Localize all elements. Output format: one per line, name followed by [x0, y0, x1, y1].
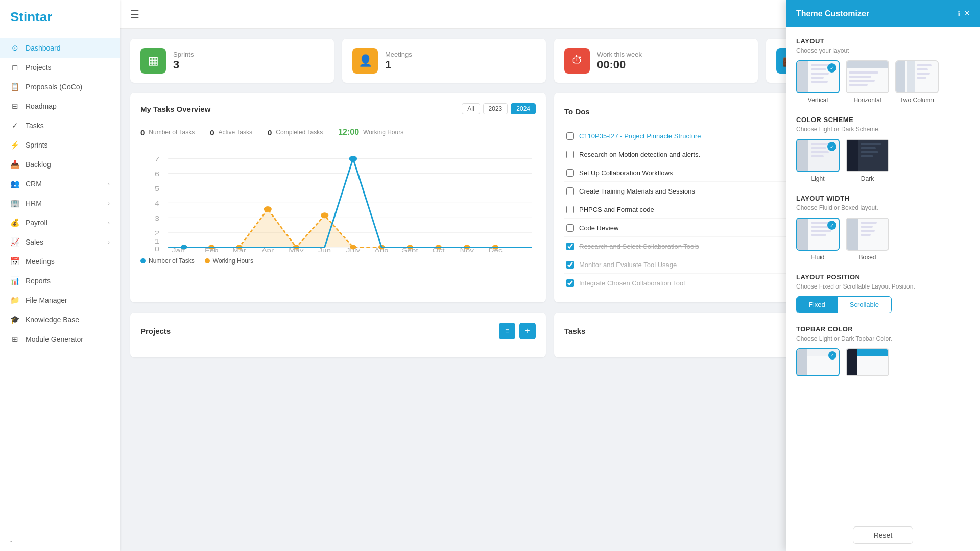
topbar-light-option[interactable]: ✓ [796, 348, 840, 376]
two-column-thumb [895, 60, 939, 93]
proposals-icon: 📋 [10, 82, 19, 91]
svg-marker-15 [168, 209, 532, 247]
sidebar-item-payroll[interactable]: 💰 Payroll › [0, 213, 120, 232]
sidebar-item-modulegenerator[interactable]: ⊞ Module Generator [0, 329, 120, 349]
sidebar-item-hrm[interactable]: 🏢 HRM › [0, 194, 120, 213]
sidebar-item-label: Reports [26, 277, 51, 285]
projects-add-button[interactable]: + [519, 323, 536, 339]
svg-point-28 [349, 156, 357, 161]
sidebar-item-backlog[interactable]: 📥 Backlog [0, 155, 120, 174]
todo-checkbox[interactable] [566, 261, 574, 269]
app-logo[interactable]: Stintar [0, 0, 120, 34]
layout-option-vertical[interactable]: ✓ Vertical [796, 60, 840, 104]
layout-option-horizontal[interactable]: Horizontal [846, 60, 889, 104]
light-selected-check: ✓ [827, 142, 836, 151]
todo-checkbox[interactable] [566, 224, 574, 232]
sidebar-item-sprints[interactable]: ⚡ Sprints [0, 135, 120, 155]
theme-customizer-header: Theme Customizer ℹ × [786, 0, 980, 27]
todo-checkbox[interactable] [566, 132, 574, 140]
sidebar-bottom: - [0, 532, 120, 551]
stat-card-sprints: ▦ Sprints 3 [130, 39, 334, 83]
hours-legend-label: Working Hours [213, 257, 253, 265]
todo-checkbox[interactable] [566, 169, 574, 177]
todo-checkbox[interactable] [566, 151, 574, 158]
filter-2023-button[interactable]: 2023 [483, 103, 508, 114]
tasks-legend-label: Number of Tasks [149, 257, 195, 265]
backlog-icon: 📥 [10, 160, 19, 169]
topbar-dark-option[interactable] [846, 348, 889, 376]
projects-list-button[interactable]: ≡ [499, 323, 515, 339]
dark-label: Dark [861, 175, 874, 182]
sidebar-item-reports[interactable]: 📊 Reports [0, 271, 120, 291]
vertical-thumb: ✓ [796, 60, 840, 93]
layout-section-subtitle: Choose your layout [796, 47, 970, 54]
sidebar-item-crm[interactable]: 👥 CRM › [0, 174, 120, 194]
hamburger-icon[interactable]: ☰ [130, 8, 139, 20]
sprints-stat-value: 3 [173, 58, 194, 71]
sidebar-item-proposals[interactable]: 📋 Proposals (CoCo) [0, 77, 120, 97]
todo-checkbox[interactable] [566, 279, 574, 287]
sprints-icon: ⚡ [10, 140, 19, 150]
layout-position-title: LAYOUT POSITION [796, 273, 970, 281]
svg-text:0: 0 [155, 246, 159, 252]
stat-card-meetings: 👤 Meetings 1 [342, 39, 546, 83]
dashboard-icon: ⊙ [10, 43, 19, 53]
tasks-overview-title: My Tasks Overview [140, 105, 458, 113]
sidebar-item-label: Backlog [26, 160, 51, 169]
reset-button[interactable]: Reset [853, 526, 914, 544]
topbar-color-title: TOPBAR COLOR [796, 325, 970, 333]
color-scheme-dark[interactable]: Dark [846, 139, 889, 182]
sidebar: Stintar ⊙ Dashboard ◻ Projects 📋 Proposa… [0, 0, 120, 551]
scrollable-position-button[interactable]: Scrollable [838, 297, 891, 313]
layout-width-fluid[interactable]: ✓ Fluid [796, 218, 840, 261]
projects-icon: ◻ [10, 63, 19, 72]
projects-panel-title: Projects [140, 327, 495, 336]
working-hours-stat: 12:00 Working Hours [338, 128, 403, 137]
layout-width-options: ✓ Fluid Boxed [796, 218, 970, 261]
tasks-overview-panel: My Tasks Overview All 2023 2024 0 Number… [130, 93, 546, 302]
todo-checkbox[interactable] [566, 243, 574, 250]
layout-option-two-column[interactable]: Two Column [895, 60, 939, 104]
layout-width-boxed[interactable]: Boxed [846, 218, 889, 261]
legend-hours: Working Hours [205, 257, 253, 265]
todo-checkbox[interactable] [566, 187, 574, 195]
todo-checkbox[interactable] [566, 206, 574, 213]
color-scheme-light[interactable]: ✓ Light [796, 139, 840, 182]
svg-text:Nov: Nov [460, 247, 474, 252]
completed-tasks-value: 0 [268, 128, 272, 137]
theme-close-button[interactable]: × [964, 8, 970, 19]
sidebar-item-knowledgebase[interactable]: 🎓 Knowledge Base [0, 310, 120, 329]
theme-footer: Reset [786, 519, 980, 551]
sidebar-item-label: Sprints [26, 141, 48, 149]
two-column-label: Two Column [900, 97, 934, 104]
sidebar-item-filemanager[interactable]: 📁 File Manager [0, 291, 120, 310]
sidebar-item-dashboard[interactable]: ⊙ Dashboard [0, 38, 120, 58]
reports-icon: 📊 [10, 276, 19, 285]
chevron-right-icon: › [108, 239, 110, 245]
sidebar-item-sales[interactable]: 📈 Sales › [0, 232, 120, 252]
filter-all-button[interactable]: All [462, 103, 480, 114]
tasks-chart: 7 6 5 4 3 2 1 0 [140, 150, 536, 252]
meetings-stat-title: Meetings [385, 51, 412, 58]
filter-2024-button[interactable]: 2024 [511, 103, 536, 114]
sidebar-item-projects[interactable]: ◻ Projects [0, 58, 120, 77]
sidebar-item-tasks[interactable]: ✓ Tasks [0, 116, 120, 135]
sales-icon: 📈 [10, 237, 19, 247]
horizontal-thumb [846, 60, 889, 93]
projects-panel: Projects ≡ + [130, 313, 546, 357]
chevron-right-icon: › [108, 200, 110, 206]
color-scheme-title: COLOR SCHEME [796, 116, 970, 124]
sidebar-item-roadmap[interactable]: ⊟ Roadmap [0, 97, 120, 116]
projects-panel-header: Projects ≡ + [140, 323, 536, 339]
sidebar-item-label: CRM [26, 180, 42, 188]
light-thumb: ✓ [796, 139, 840, 172]
svg-text:Dec: Dec [488, 247, 503, 252]
fixed-position-button[interactable]: Fixed [797, 297, 838, 313]
layout-options: ✓ Vertical Horizontal [796, 60, 970, 104]
logo-text: Stintar [10, 9, 52, 25]
light-label: Light [811, 175, 824, 182]
working-hours-label: Working Hours [363, 129, 403, 136]
topbar-color-options: ✓ [796, 348, 970, 376]
hrm-icon: 🏢 [10, 199, 19, 208]
sidebar-item-meetings[interactable]: 📅 Meetings [0, 252, 120, 271]
